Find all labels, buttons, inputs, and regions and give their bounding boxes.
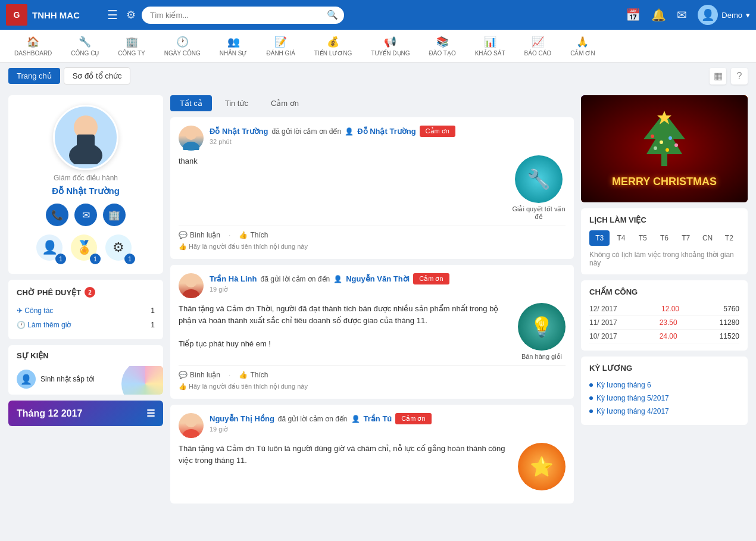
nav-tuyen-dung[interactable]: 📢 TUYỂN DỤNG [363,32,418,60]
cong-tac-count: 1 [151,307,155,315]
lich-day-t7[interactable]: T7 [676,230,696,246]
post-1-badge-img: 🔧 [515,155,563,203]
post-1-avatar [179,126,204,151]
svg-point-14 [668,136,672,140]
nav-khao-sat-label: KHẢO SÁT [475,50,505,57]
tab-cam-on[interactable]: Cảm ơn [261,95,308,111]
post-2-badge-img: 💡 [518,303,566,351]
cong-tac-label: ✈ Công tác [17,307,53,315]
lich-day-t5[interactable]: T5 [633,230,653,246]
nav-bao-cao[interactable]: 📈 BÁO CÁO [516,32,560,60]
lich-day-cn[interactable]: CN [697,230,717,246]
user-menu[interactable]: 👤 Demo ▾ [698,5,750,25]
search-input[interactable] [142,7,344,24]
lich-day-t6[interactable]: T6 [654,230,674,246]
so-do-to-chuc-button[interactable]: Sơ đồ tổ chức [64,67,131,85]
post-2-avatar [179,273,204,298]
phone-button[interactable]: 📞 [46,204,68,226]
thang-label: Tháng 12 2017 [17,408,82,419]
svg-point-4 [183,142,199,150]
lich-day-t2[interactable]: T2 [719,230,739,246]
trang-chu-button[interactable]: Trang chủ [8,68,60,84]
ky-luong-section: KỲ LƯƠNG Kỳ lương tháng 6 Kỳ lương tháng… [581,357,748,425]
nav-nhan-su[interactable]: 👥 NHÂN SỰ [211,32,256,60]
post-3-time: 19 giờ [210,426,566,433]
hamburger-icon[interactable]: ☰ [107,8,118,22]
comment-icon-1: 💬 [179,231,188,239]
calendar-icon[interactable]: 📅 [626,8,641,22]
cong-cu-icon: 🔧 [79,36,91,48]
post-3-author: Nguyễn Thị Hồng [210,414,274,423]
nav-cong-cu[interactable]: 🔧 CÔNG CỤ [63,32,107,60]
binh-luan-button-2[interactable]: 💬 Bình luận [179,371,220,379]
post-1-meta: Đỗ Nhật Trường đã gửi lời cảm ơn đến 👤 Đ… [210,126,566,145]
settings-icon[interactable]: ⚙ [126,8,136,21]
help-icon[interactable]: ? [731,68,748,85]
thang-menu-icon[interactable]: ☰ [146,408,155,419]
ky-luong-item-1[interactable]: Kỳ lương tháng 6 [589,379,739,392]
profile-badges: 👤 1 🏅 1 ⚙ 1 [36,234,135,264]
profile-title: Giám đốc điều hành [54,174,118,182]
xmas-text: MERRY CHRISTMAS [612,176,717,188]
nav-cong-ty[interactable]: 🏢 CÔNG TY [110,32,153,60]
notification-icon[interactable]: 🔔 [651,8,666,22]
nav-danh-gia[interactable]: 📝 ĐÁNH GIÁ [258,32,303,60]
company-logo[interactable]: G TNHH MAC [6,4,101,26]
cham-cong-total-2: 11280 [720,318,739,327]
svg-point-6 [183,289,199,298]
cham-cong-total-1: 5760 [723,305,739,313]
nav-tien-luong-label: TIỀN LƯƠNG [314,50,352,57]
post-2-time: 19 giờ [210,286,566,293]
lich-day-t3[interactable]: T3 [589,230,610,246]
center-feed: Tất cả Tin tức Cảm ơn Đỗ Nhật Trường đã … [170,95,574,504]
nav-tien-luong[interactable]: 💰 TIỀN LƯƠNG [306,32,360,60]
post-1-recipient: Đỗ Nhật Trường [357,127,416,136]
cho-phe-duyet-title: CHỜ PHÊ DUYỆT 2 [17,287,155,298]
main-content: Giám đốc điều hành Đỗ Nhật Trường 📞 ✉ 🏢 … [0,89,756,509]
nav-cam-on[interactable]: 🙏 CẢM ƠN [562,32,604,60]
mail-icon[interactable]: ✉ [677,8,687,22]
topnav-right-section: 📅 🔔 ✉ 👤 Demo ▾ [626,5,750,25]
ky-luong-item-2[interactable]: Kỳ lương tháng 5/2017 [589,392,739,405]
binh-luan-button-1[interactable]: 💬 Bình luận [179,231,220,239]
tab-tin-tuc[interactable]: Tin tức [215,95,258,111]
lich-empty: Không có lịch làm việc trong khoảng thời… [589,251,739,267]
cham-cong-section: CHẤM CÔNG 12/ 2017 12.00 5760 11/ 2017 2… [581,280,748,351]
thich-button-1[interactable]: 👍 Thích [239,231,268,239]
cong-tac-item[interactable]: ✈ Công tác 1 [17,304,155,318]
nhan-su-icon: 👥 [227,36,240,48]
post-2-meta: Trần Hà Linh đã gửi lời cảm ơn đến 👤 Ngu… [210,273,566,293]
lich-day-t4[interactable]: T4 [611,230,631,246]
svg-point-5 [185,276,197,287]
company-name: TNHH MAC [32,10,80,20]
nav-dashboard[interactable]: 🏠 DASHBOARD [6,32,60,60]
layout-icon[interactable]: ▦ [710,68,726,85]
nav-ngay-cong[interactable]: 🕐 NGÀY CÔNG [156,32,209,60]
badge-person: 👤 1 [36,234,66,264]
su-kien-content: 👤 Sinh nhật sắp tới [8,366,163,395]
ky-luong-item-3[interactable]: Kỳ lương tháng 4/2017 [589,405,739,418]
post-3-body: Thân tặng và Cảm ơn Tú luôn là người đún… [179,443,566,490]
nav-menu-icons: ☰ ⚙ [107,8,136,22]
thich-label-2: Thích [250,371,268,379]
badge-tools: ⚙ 1 [105,234,135,264]
nav-khao-sat[interactable]: 📊 KHẢO SÁT [467,32,514,60]
nav-dashboard-label: DASHBOARD [14,50,52,57]
search-button[interactable]: 🔍 [327,10,338,20]
post-2-recipient-icon: 👤 [333,275,342,283]
post-3-action: đã gửi lời cảm ơn đến [278,415,348,423]
email-button[interactable]: ✉ [74,204,97,226]
cam-on-icon: 🙏 [576,36,589,48]
thich-button-2[interactable]: 👍 Thích [239,371,268,379]
post-card-1: Đỗ Nhật Trường đã gửi lời cảm ơn đến 👤 Đ… [170,117,574,259]
user-avatar: 👤 [698,5,718,25]
org-button[interactable]: 🏢 [103,204,126,226]
nav-dao-tao[interactable]: 📚 ĐÀO TẠO [421,32,464,60]
post-2-action: đã gửi lời cảm ơn đến [261,275,330,283]
tab-tat-ca[interactable]: Tất cả [170,95,212,111]
dao-tao-icon: 📚 [436,36,449,48]
lam-them-gio-item[interactable]: 🕐 Làm thêm giờ 1 [17,318,155,332]
post-1-text: thank [179,155,506,167]
post-3-recipient-icon: 👤 [351,415,360,423]
cham-cong-month-2: 11/ 2017 [589,318,617,327]
